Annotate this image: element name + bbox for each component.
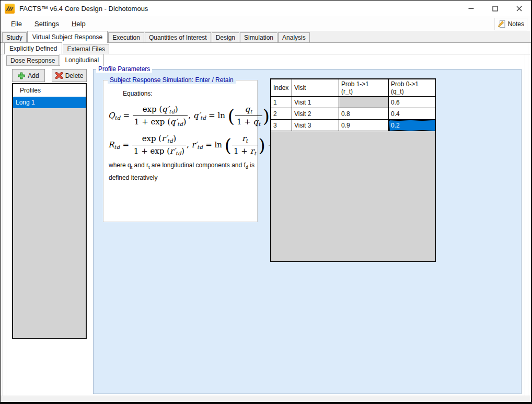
subject-response-simulation-box: Subject Response Simulation: Enter / Ret…	[103, 80, 258, 222]
equation-q: Qtd = exp (q′td)1 + exp (q′td), q′td = l…	[108, 105, 288, 127]
menu-bar: File Settings Help Notes	[1, 16, 531, 31]
col-header-visit: Visit	[292, 79, 339, 97]
notes-label: Notes	[508, 20, 524, 28]
minimize-icon	[468, 6, 474, 11]
profile-parameters-groupbox: Profile Parameters Subject Response Simu…	[93, 69, 522, 394]
add-plus-icon	[18, 72, 25, 79]
tab-study[interactable]: Study	[2, 32, 27, 42]
minimize-button[interactable]	[459, 1, 483, 16]
status-strip	[1, 396, 531, 402]
cell-prob-r-2[interactable]: 0.8	[339, 108, 389, 120]
explicitly-defined-tab-strip: Dose Response Longitudinal	[6, 54, 104, 66]
grid-row-3: 3 Visit 3 0.9 0.2	[271, 120, 436, 131]
tab-quantities-of-interest[interactable]: Quantities of Interest	[145, 32, 211, 42]
add-profile-button[interactable]: Add	[12, 69, 45, 82]
main-tab-strip: Study Virtual Subject Response Execution…	[1, 31, 531, 43]
grid-header-row: Index Visit Prob 1->1(r_t) Prob 0->1(q_t…	[271, 79, 436, 97]
tab-design[interactable]: Design	[212, 32, 239, 42]
page-border-right-inner	[525, 54, 525, 396]
maximize-button[interactable]	[483, 1, 507, 16]
tab-virtual-subject-response[interactable]: Virtual Subject Response	[27, 31, 108, 43]
visit-probability-table: Index Visit Prob 1->1(r_t) Prob 0->1(q_t…	[271, 79, 436, 131]
profiles-list-header: Profiles	[13, 84, 86, 97]
col-header-index: Index	[271, 79, 292, 97]
equations-heading: Equations:	[123, 90, 153, 97]
profile-parameters-label: Profile Parameters	[96, 65, 152, 73]
notes-button[interactable]: Notes	[494, 18, 527, 30]
maximize-icon	[492, 6, 498, 11]
app-window: FACTS™ v6.4 Core Design - Dichotomous Fi…	[0, 0, 532, 404]
cell-index-2[interactable]: 2	[271, 108, 292, 120]
profiles-listbox: Profiles Long 1	[12, 83, 87, 339]
close-button[interactable]	[507, 1, 531, 16]
equation-r: Rtd = exp (r′td)1 + exp (r′td), r′td = l…	[108, 134, 283, 156]
delete-button-label: Delete	[65, 72, 84, 79]
page-border-left-inner	[6, 54, 6, 396]
cell-prob-r-1-disabled	[339, 97, 389, 108]
tab-execution[interactable]: Execution	[108, 32, 144, 42]
tab-analysis[interactable]: Analysis	[278, 32, 310, 42]
delete-profile-button[interactable]: Delete	[52, 69, 87, 82]
title-bar: FACTS™ v6.4 Core Design - Dichotomous	[1, 1, 531, 16]
window-title: FACTS™ v6.4 Core Design - Dichotomous	[19, 5, 148, 13]
delete-x-icon	[55, 72, 63, 79]
close-icon	[516, 6, 522, 11]
equations-footnote: where qt and rt are longitudinal compone…	[109, 160, 259, 183]
tab-simulation[interactable]: Simulation	[240, 32, 277, 42]
grid-row-1: 1 Visit 1 0.6	[271, 97, 436, 108]
app-logo-icon	[5, 4, 15, 14]
col-header-prob-1-1: Prob 1->1(r_t)	[339, 79, 389, 97]
menu-file[interactable]: File	[8, 18, 25, 29]
tab-dose-response[interactable]: Dose Response	[6, 55, 59, 65]
menu-help[interactable]: Help	[68, 18, 89, 29]
cell-prob-q-3-selected[interactable]: 0.2	[389, 120, 436, 131]
col-header-prob-0-1: Prob 0->1(q_t)	[389, 79, 436, 97]
page-border-left-outer	[2, 43, 3, 396]
cell-prob-q-2[interactable]: 0.4	[389, 108, 436, 120]
tab-longitudinal[interactable]: Longitudinal	[60, 54, 104, 66]
cell-index-3[interactable]: 3	[271, 120, 292, 131]
grid-row-2: 2 Visit 2 0.8 0.4	[271, 108, 436, 120]
cell-visit-1[interactable]: Visit 1	[292, 97, 339, 108]
tab-explicitly-defined[interactable]: Explicitly Defined	[4, 42, 62, 54]
menu-settings[interactable]: Settings	[31, 18, 62, 29]
visit-probability-grid: Index Visit Prob 1->1(r_t) Prob 0->1(q_t…	[270, 78, 436, 262]
profile-list-item-long-1[interactable]: Long 1	[13, 97, 86, 108]
page-border-right-outer	[528, 43, 528, 396]
cell-prob-r-3[interactable]: 0.9	[339, 120, 389, 131]
simulation-box-label: Subject Response Simulation: Enter / Ret…	[108, 76, 236, 84]
notes-icon	[498, 20, 506, 28]
cell-visit-2[interactable]: Visit 2	[292, 108, 339, 120]
add-button-label: Add	[28, 72, 39, 79]
cell-prob-q-1[interactable]: 0.6	[389, 97, 436, 108]
tab-external-files[interactable]: External Files	[63, 44, 109, 54]
cell-visit-3[interactable]: Visit 3	[292, 120, 339, 131]
vsr-tab-strip: Explicitly Defined External Files	[1, 43, 531, 54]
cell-index-1[interactable]: 1	[271, 97, 292, 108]
